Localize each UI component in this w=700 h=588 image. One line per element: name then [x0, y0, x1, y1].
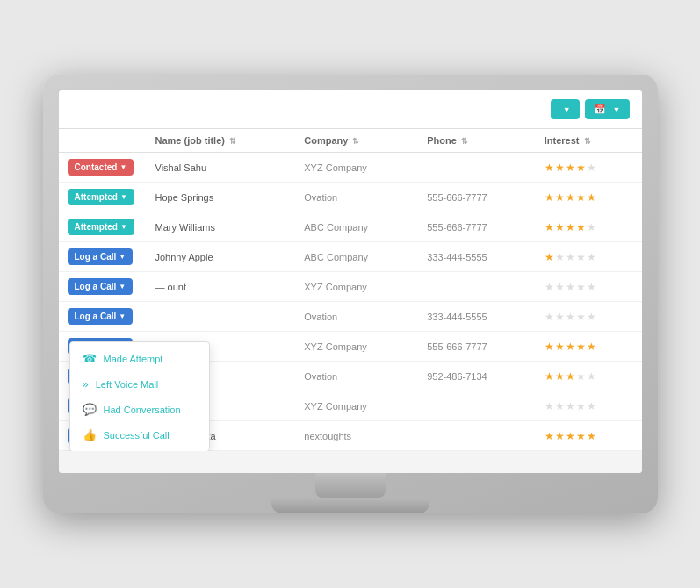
- date-range-button[interactable]: 📅 ▼: [585, 99, 630, 119]
- star-rating: ★★★★★: [545, 251, 597, 263]
- monitor-screen: ▼ 📅 ▼ Name (job title) ⇅: [59, 90, 642, 473]
- status-button[interactable]: Attempted ▼: [68, 219, 134, 235]
- col-action: [59, 129, 147, 153]
- col-company: Company ⇅: [295, 129, 418, 153]
- phone-cell: [418, 391, 536, 421]
- table-wrap: Name (job title) ⇅ Company ⇅ Phone ⇅ Int…: [59, 129, 642, 451]
- status-button[interactable]: Log a Call ▼: [68, 278, 134, 295]
- caret-icon: ▼: [120, 223, 127, 231]
- app-header: ▼ 📅 ▼: [59, 90, 642, 129]
- interest-cell: ★★★★★: [536, 212, 642, 242]
- app-container: ▼ 📅 ▼ Name (job title) ⇅: [59, 90, 642, 473]
- calendar-icon: 📅: [594, 104, 606, 115]
- col-interest: Interest ⇅: [536, 129, 642, 153]
- status-button[interactable]: Attempted ▼: [68, 189, 134, 205]
- dropdown-menu: ☎Made Attempt»Left Voice Mail💬Had Conver…: [69, 341, 210, 451]
- dropdown-item-label: Left Voice Mail: [96, 379, 159, 390]
- name-cell: — ount: [147, 272, 296, 302]
- dropdown-item[interactable]: 👍Successful Call: [70, 422, 209, 448]
- interest-cell: ★★★★★: [536, 183, 642, 212]
- table-row: Attempted ▼ Hope Springs Ovation 555-666…: [59, 183, 642, 212]
- caret-icon: ▼: [119, 163, 126, 171]
- dropdown-item-icon: »: [83, 377, 89, 391]
- name-cell: [147, 302, 296, 332]
- interest-cell: ★★★★★: [536, 153, 642, 183]
- phone-cell: [418, 153, 536, 183]
- phone-cell: 333-444-5555: [418, 302, 536, 332]
- caret-icon: ▼: [120, 193, 127, 201]
- dropdown-item[interactable]: 💬Had Conversation: [70, 397, 209, 422]
- dropdown-item-icon: ☎: [83, 352, 97, 365]
- table-row: Log a Call ▼ Johnny Apple ABC Company 33…: [59, 242, 642, 272]
- interest-cell: ★★★★★: [536, 242, 642, 272]
- name-cell: Hope Springs: [147, 183, 296, 212]
- company-cell: XYZ Company: [295, 153, 418, 183]
- phone-cell: 952-486-7134: [418, 362, 536, 391]
- phone-cell: 333-444-5555: [418, 242, 536, 272]
- action-cell: Contacted ▼: [59, 153, 147, 183]
- interest-cell: ★★★★★: [536, 302, 642, 332]
- company-cell: XYZ Company: [295, 391, 418, 421]
- star-rating: ★★★★★: [545, 191, 597, 204]
- action-cell: Attempted ▼: [59, 212, 147, 242]
- star-rating: ★★★★★: [545, 161, 597, 174]
- interest-cell: ★★★★★: [536, 362, 642, 391]
- star-rating: ★★★★★: [545, 281, 597, 293]
- phone-cell: [418, 421, 536, 451]
- chevron-down-icon: ▼: [613, 105, 621, 114]
- caret-icon: ▼: [119, 283, 126, 290]
- action-cell: Log a Call ▼: [59, 272, 147, 302]
- company-cell: ABC Company: [295, 212, 418, 242]
- company-cell: Ovation: [295, 362, 418, 391]
- action-cell: Log a Call ▼: [59, 302, 147, 332]
- company-cell: Ovation: [295, 183, 418, 212]
- company-cell: ABC Company: [295, 242, 418, 272]
- caret-icon: ▼: [119, 312, 126, 320]
- phone-cell: 555-666-7777: [418, 212, 536, 242]
- dropdown-item-icon: 💬: [83, 403, 97, 416]
- star-rating: ★★★★★: [545, 221, 597, 233]
- table-header-row: Name (job title) ⇅ Company ⇅ Phone ⇅ Int…: [59, 129, 642, 153]
- interest-cell: ★★★★★: [536, 332, 642, 362]
- status-button[interactable]: Log a Call ▼: [68, 248, 134, 265]
- sort-icon: ⇅: [584, 137, 591, 146]
- star-rating: ★★★★★: [545, 430, 597, 442]
- interest-cell: ★★★★★: [536, 421, 642, 451]
- interest-cell: ★★★★★: [536, 272, 642, 302]
- dropdown-item-label: Made Attempt: [104, 354, 163, 364]
- table-row: Log a Call ▼ Ovation 333-444-5555 ★★★★★: [59, 302, 642, 332]
- dropdown-item-icon: 👍: [83, 428, 97, 441]
- phone-cell: [418, 272, 536, 302]
- name-cell: Vishal Sahu: [147, 153, 296, 183]
- status-button[interactable]: Log a Call ▼: [68, 308, 134, 325]
- caret-icon: ▼: [119, 253, 126, 261]
- phone-cell: 555-666-7777: [418, 183, 536, 212]
- action-cell: Attempted ▼: [59, 183, 147, 212]
- monitor-stand-base: [271, 498, 429, 513]
- name-cell: Mary Williams: [147, 212, 296, 242]
- dropdown-item[interactable]: »Left Voice Mail: [70, 371, 209, 397]
- sort-icon: ⇅: [352, 137, 359, 146]
- header-buttons: ▼ 📅 ▼: [551, 99, 630, 119]
- col-phone: Phone ⇅: [418, 129, 536, 153]
- name-cell: Johnny Apple: [147, 242, 296, 272]
- star-rating: ★★★★★: [545, 311, 597, 323]
- monitor-stand-neck: [315, 473, 386, 498]
- company-cell: XYZ Company: [295, 332, 418, 362]
- company-cell: Ovation: [295, 302, 418, 332]
- table-row: Log a Call ▼ — ount XYZ Company ★★★★★: [59, 272, 642, 302]
- star-rating: ★★★★★: [545, 341, 597, 353]
- col-name: Name (job title) ⇅: [147, 129, 296, 153]
- dropdown-item-label: Successful Call: [104, 430, 170, 441]
- phone-cell: 555-666-7777: [418, 332, 536, 362]
- dropdown-item-label: Had Conversation: [104, 405, 181, 415]
- sort-icon: ⇅: [461, 137, 468, 146]
- dropdown-item[interactable]: ☎Made Attempt: [70, 346, 209, 371]
- select-campaigns-button[interactable]: ▼: [551, 99, 580, 119]
- table-row: Attempted ▼ Mary Williams ABC Company 55…: [59, 212, 642, 242]
- monitor-shell: ▼ 📅 ▼ Name (job title) ⇅: [43, 75, 658, 513]
- chevron-down-icon: ▼: [563, 105, 571, 114]
- star-rating: ★★★★★: [545, 370, 597, 383]
- star-rating: ★★★★★: [545, 400, 597, 412]
- status-button[interactable]: Contacted ▼: [68, 159, 134, 176]
